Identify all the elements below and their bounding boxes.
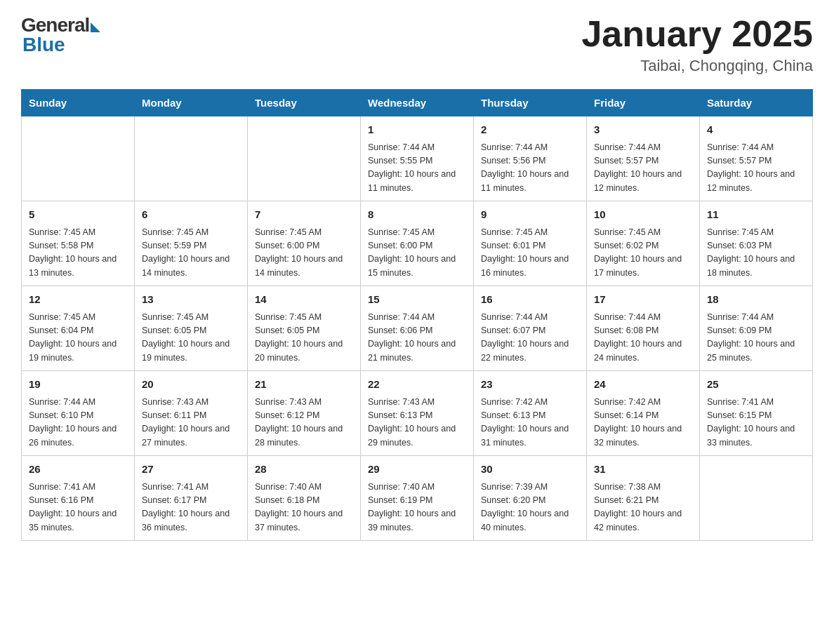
day-of-week-header: Tuesday <box>248 90 361 116</box>
day-info: Sunrise: 7:45 AM Sunset: 6:01 PM Dayligh… <box>481 226 579 281</box>
calendar-cell: 25Sunrise: 7:41 AM Sunset: 6:15 PM Dayli… <box>700 371 813 456</box>
day-number: 5 <box>29 207 127 223</box>
day-number: 4 <box>707 122 805 138</box>
day-info: Sunrise: 7:38 AM Sunset: 6:21 PM Dayligh… <box>594 481 692 535</box>
day-number: 26 <box>29 462 127 478</box>
calendar-cell: 31Sunrise: 7:38 AM Sunset: 6:21 PM Dayli… <box>587 456 700 541</box>
day-of-week-header: Sunday <box>22 90 135 116</box>
day-info: Sunrise: 7:44 AM Sunset: 6:08 PM Dayligh… <box>594 311 692 365</box>
calendar-cell: 14Sunrise: 7:45 AM Sunset: 6:05 PM Dayli… <box>248 286 361 371</box>
day-number: 25 <box>707 377 805 393</box>
day-number: 14 <box>255 292 353 308</box>
day-info: Sunrise: 7:45 AM Sunset: 6:05 PM Dayligh… <box>142 311 240 365</box>
day-of-week-header: Thursday <box>474 90 587 116</box>
day-info: Sunrise: 7:44 AM Sunset: 6:09 PM Dayligh… <box>707 311 805 365</box>
day-info: Sunrise: 7:44 AM Sunset: 5:55 PM Dayligh… <box>368 141 466 196</box>
calendar-cell: 15Sunrise: 7:44 AM Sunset: 6:06 PM Dayli… <box>361 286 474 371</box>
day-info: Sunrise: 7:39 AM Sunset: 6:20 PM Dayligh… <box>481 481 579 535</box>
day-info: Sunrise: 7:42 AM Sunset: 6:13 PM Dayligh… <box>481 396 579 450</box>
day-number: 31 <box>594 462 692 478</box>
day-number: 19 <box>29 377 127 393</box>
logo-blue-text: Blue <box>22 34 65 56</box>
day-number: 6 <box>142 207 240 223</box>
day-number: 17 <box>594 292 692 308</box>
calendar-cell: 12Sunrise: 7:45 AM Sunset: 6:04 PM Dayli… <box>22 286 135 371</box>
calendar-cell: 4Sunrise: 7:44 AM Sunset: 5:57 PM Daylig… <box>700 116 813 201</box>
calendar-cell: 20Sunrise: 7:43 AM Sunset: 6:11 PM Dayli… <box>135 371 248 456</box>
day-number: 2 <box>481 122 579 138</box>
day-number: 8 <box>368 207 466 223</box>
day-info: Sunrise: 7:43 AM Sunset: 6:13 PM Dayligh… <box>368 396 466 450</box>
day-info: Sunrise: 7:45 AM Sunset: 6:00 PM Dayligh… <box>368 226 466 281</box>
calendar-cell: 22Sunrise: 7:43 AM Sunset: 6:13 PM Dayli… <box>361 371 474 456</box>
calendar-week-row: 26Sunrise: 7:41 AM Sunset: 6:16 PM Dayli… <box>22 456 813 541</box>
calendar-cell: 10Sunrise: 7:45 AM Sunset: 6:02 PM Dayli… <box>587 201 700 286</box>
calendar-cell: 16Sunrise: 7:44 AM Sunset: 6:07 PM Dayli… <box>474 286 587 371</box>
page-header: General Blue January 2025 Taibai, Chongq… <box>21 14 813 75</box>
day-info: Sunrise: 7:40 AM Sunset: 6:18 PM Dayligh… <box>255 481 353 535</box>
day-number: 24 <box>594 377 692 393</box>
calendar-cell <box>700 456 813 541</box>
day-info: Sunrise: 7:45 AM Sunset: 6:04 PM Dayligh… <box>29 311 127 365</box>
calendar-cell: 7Sunrise: 7:45 AM Sunset: 6:00 PM Daylig… <box>248 201 361 286</box>
day-info: Sunrise: 7:44 AM Sunset: 6:10 PM Dayligh… <box>29 396 127 450</box>
calendar-week-row: 5Sunrise: 7:45 AM Sunset: 5:58 PM Daylig… <box>22 201 813 286</box>
day-info: Sunrise: 7:45 AM Sunset: 6:03 PM Dayligh… <box>707 226 805 281</box>
day-info: Sunrise: 7:44 AM Sunset: 5:57 PM Dayligh… <box>594 141 692 196</box>
day-number: 3 <box>594 122 692 138</box>
day-info: Sunrise: 7:45 AM Sunset: 5:59 PM Dayligh… <box>142 226 240 281</box>
day-number: 27 <box>142 462 240 478</box>
day-of-week-header: Saturday <box>700 90 813 116</box>
calendar-cell: 17Sunrise: 7:44 AM Sunset: 6:08 PM Dayli… <box>587 286 700 371</box>
day-info: Sunrise: 7:43 AM Sunset: 6:12 PM Dayligh… <box>255 396 353 450</box>
calendar-cell: 24Sunrise: 7:42 AM Sunset: 6:14 PM Dayli… <box>587 371 700 456</box>
month-title: January 2025 <box>581 14 813 54</box>
calendar-cell <box>248 116 361 201</box>
day-info: Sunrise: 7:45 AM Sunset: 6:00 PM Dayligh… <box>255 226 353 281</box>
day-number: 18 <box>707 292 805 308</box>
calendar-cell: 8Sunrise: 7:45 AM Sunset: 6:00 PM Daylig… <box>361 201 474 286</box>
calendar-cell: 28Sunrise: 7:40 AM Sunset: 6:18 PM Dayli… <box>248 456 361 541</box>
day-info: Sunrise: 7:42 AM Sunset: 6:14 PM Dayligh… <box>594 396 692 450</box>
logo: General Blue <box>21 14 100 56</box>
calendar-cell: 6Sunrise: 7:45 AM Sunset: 5:59 PM Daylig… <box>135 201 248 286</box>
location-title: Taibai, Chongqing, China <box>581 57 813 75</box>
day-info: Sunrise: 7:45 AM Sunset: 5:58 PM Dayligh… <box>29 226 127 281</box>
calendar-cell: 26Sunrise: 7:41 AM Sunset: 6:16 PM Dayli… <box>22 456 135 541</box>
day-number: 29 <box>368 462 466 478</box>
day-number: 15 <box>368 292 466 308</box>
day-number: 22 <box>368 377 466 393</box>
calendar-cell <box>22 116 135 201</box>
calendar-table: SundayMondayTuesdayWednesdayThursdayFrid… <box>21 89 813 541</box>
calendar-week-row: 1Sunrise: 7:44 AM Sunset: 5:55 PM Daylig… <box>22 116 813 201</box>
day-number: 30 <box>481 462 579 478</box>
day-info: Sunrise: 7:44 AM Sunset: 6:07 PM Dayligh… <box>481 311 579 365</box>
day-number: 16 <box>481 292 579 308</box>
day-number: 7 <box>255 207 353 223</box>
calendar-cell: 11Sunrise: 7:45 AM Sunset: 6:03 PM Dayli… <box>700 201 813 286</box>
calendar-cell: 29Sunrise: 7:40 AM Sunset: 6:19 PM Dayli… <box>361 456 474 541</box>
calendar-cell: 3Sunrise: 7:44 AM Sunset: 5:57 PM Daylig… <box>587 116 700 201</box>
day-of-week-header: Friday <box>587 90 700 116</box>
calendar-cell: 18Sunrise: 7:44 AM Sunset: 6:09 PM Dayli… <box>700 286 813 371</box>
day-info: Sunrise: 7:40 AM Sunset: 6:19 PM Dayligh… <box>368 481 466 535</box>
day-info: Sunrise: 7:44 AM Sunset: 5:56 PM Dayligh… <box>481 141 579 196</box>
calendar-cell: 2Sunrise: 7:44 AM Sunset: 5:56 PM Daylig… <box>474 116 587 201</box>
day-number: 10 <box>594 207 692 223</box>
day-number: 12 <box>29 292 127 308</box>
calendar-cell: 13Sunrise: 7:45 AM Sunset: 6:05 PM Dayli… <box>135 286 248 371</box>
day-number: 11 <box>707 207 805 223</box>
calendar-cell: 5Sunrise: 7:45 AM Sunset: 5:58 PM Daylig… <box>22 201 135 286</box>
day-of-week-header: Wednesday <box>361 90 474 116</box>
calendar-cell: 30Sunrise: 7:39 AM Sunset: 6:20 PM Dayli… <box>474 456 587 541</box>
day-info: Sunrise: 7:44 AM Sunset: 6:06 PM Dayligh… <box>368 311 466 365</box>
day-info: Sunrise: 7:45 AM Sunset: 6:05 PM Dayligh… <box>255 311 353 365</box>
day-number: 13 <box>142 292 240 308</box>
day-number: 20 <box>142 377 240 393</box>
day-number: 23 <box>481 377 579 393</box>
calendar-cell <box>135 116 248 201</box>
calendar-cell: 19Sunrise: 7:44 AM Sunset: 6:10 PM Dayli… <box>22 371 135 456</box>
calendar-cell: 21Sunrise: 7:43 AM Sunset: 6:12 PM Dayli… <box>248 371 361 456</box>
title-block: January 2025 Taibai, Chongqing, China <box>581 14 813 75</box>
logo-arrow-icon <box>91 22 100 32</box>
